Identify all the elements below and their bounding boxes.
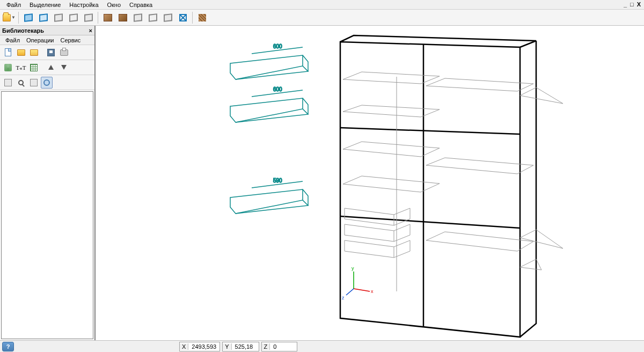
menu-window[interactable]: Окно	[103, 1, 126, 9]
print-icon	[60, 49, 68, 56]
main-area: Библиотекарь × Файл Операции Сервис T«T	[0, 26, 644, 340]
panel-menu-service[interactable]: Сервис	[57, 36, 84, 44]
open-folder-button[interactable]	[15, 47, 27, 58]
selection-box-button[interactable]	[176, 11, 190, 24]
material-2-button[interactable]	[116, 11, 130, 24]
view-cube-3-button[interactable]	[52, 11, 65, 24]
wand-icon	[4, 64, 12, 71]
separator	[192, 12, 193, 24]
restore-button[interactable]: □	[630, 1, 634, 8]
svg-text:590: 590	[273, 178, 282, 184]
wand-button[interactable]	[2, 62, 14, 74]
cube-icon	[54, 13, 63, 22]
cube-icon	[24, 13, 33, 22]
save-button[interactable]	[45, 47, 57, 58]
arrow-down-icon	[61, 65, 67, 70]
main-menubar: Файл Выделение Настройка Окно Справка _ …	[0, 0, 644, 10]
box3d-icon	[104, 14, 112, 21]
tool-icon	[30, 79, 38, 86]
3d-viewport[interactable]: x y z 600 600	[96, 26, 644, 340]
menu-settings[interactable]: Настройка	[65, 1, 103, 9]
search-icon	[18, 80, 24, 85]
menu-file[interactable]: Файл	[2, 1, 25, 9]
view-cube-5-button[interactable]	[82, 11, 96, 24]
shape-icon	[149, 13, 157, 22]
folder-icon	[17, 49, 25, 56]
view-cube-2-button[interactable]	[36, 11, 50, 24]
coord-x-label: X	[180, 343, 188, 350]
panel-menu-file[interactable]: Файл	[2, 36, 23, 44]
coord-y-label: Y	[223, 343, 231, 350]
tool-a-button[interactable]	[2, 77, 14, 89]
coord-x-box: X 2493,593	[179, 342, 220, 351]
document-icon	[5, 48, 11, 56]
help-button[interactable]: ?	[2, 342, 14, 351]
panel-header: Библиотекарь ×	[0, 26, 94, 35]
coord-y-value[interactable]: 525,18	[232, 343, 259, 350]
statusbar: ? X 2493,593 Y 525,18 Z 0	[0, 340, 644, 352]
svg-text:z: z	[342, 295, 345, 300]
separator	[98, 12, 99, 24]
move-down-button[interactable]	[58, 62, 70, 74]
minimize-button[interactable]: _	[624, 1, 627, 8]
coord-x-value[interactable]: 2493,593	[188, 343, 219, 350]
coord-z-value[interactable]: 0	[270, 343, 297, 350]
grid-button[interactable]	[28, 62, 40, 74]
panel-menubar: Файл Операции Сервис	[0, 35, 94, 45]
search-button[interactable]	[15, 77, 27, 89]
main-toolbar: ▼	[0, 10, 644, 26]
box3d-icon	[119, 14, 127, 21]
svg-text:y: y	[352, 266, 354, 271]
stairs-button[interactable]	[195, 11, 209, 24]
close-button[interactable]: X	[637, 1, 641, 8]
text-icon: T«T	[16, 64, 26, 71]
separator	[18, 12, 19, 24]
arrow-up-icon	[48, 65, 54, 70]
move-up-button[interactable]	[45, 62, 57, 74]
shape-1-button[interactable]	[131, 11, 145, 24]
panel-list[interactable]	[1, 91, 93, 339]
cube-icon	[39, 13, 48, 22]
view-cube-1-button[interactable]	[21, 11, 35, 24]
save-icon	[47, 49, 55, 56]
stairs-icon	[199, 14, 206, 21]
text-button[interactable]: T«T	[15, 62, 27, 74]
panel-close-button[interactable]: ×	[89, 27, 92, 34]
material-1-button[interactable]	[101, 11, 115, 24]
view-cube-4-button[interactable]	[67, 11, 80, 24]
cube-icon	[84, 13, 93, 22]
model-canvas: x y z 600 600	[96, 26, 644, 340]
coord-z-box: Z 0	[261, 342, 298, 351]
circle-icon	[43, 79, 50, 86]
folder-open-icon	[30, 49, 38, 56]
svg-text:600: 600	[273, 43, 282, 49]
print-button[interactable]	[58, 47, 70, 58]
open-folder-button[interactable]: ▼	[2, 11, 16, 24]
panel-menu-operations[interactable]: Операции	[23, 36, 57, 44]
folder-icon	[3, 14, 11, 21]
svg-text:600: 600	[273, 86, 282, 92]
librarian-panel: Библиотекарь × Файл Операции Сервис T«T	[0, 26, 96, 340]
window-controls: _ □ X	[624, 1, 641, 8]
svg-line-0	[354, 289, 370, 291]
shape-3-button[interactable]	[161, 11, 175, 24]
shape-icon	[164, 13, 172, 22]
panel-toolbar-2: T«T	[0, 60, 94, 75]
view-mode-button[interactable]	[41, 77, 53, 89]
tool-icon	[4, 79, 12, 86]
new-doc-button[interactable]	[2, 47, 14, 58]
coord-y-box: Y 525,18	[222, 342, 259, 351]
menu-help[interactable]: Справка	[125, 1, 157, 9]
coord-z-label: Z	[262, 343, 270, 350]
shape-icon	[134, 13, 142, 22]
cube-icon	[69, 13, 78, 22]
panel-title: Библиотекарь	[2, 27, 44, 34]
menu-selection[interactable]: Выделение	[25, 1, 65, 9]
tool-c-button[interactable]	[28, 77, 40, 89]
shape-2-button[interactable]	[146, 11, 160, 24]
svg-line-4	[346, 289, 354, 295]
open-folder2-button[interactable]	[28, 47, 40, 58]
select-box-icon	[179, 14, 187, 21]
grid-icon	[30, 64, 38, 71]
panel-toolbar-1	[0, 45, 94, 60]
